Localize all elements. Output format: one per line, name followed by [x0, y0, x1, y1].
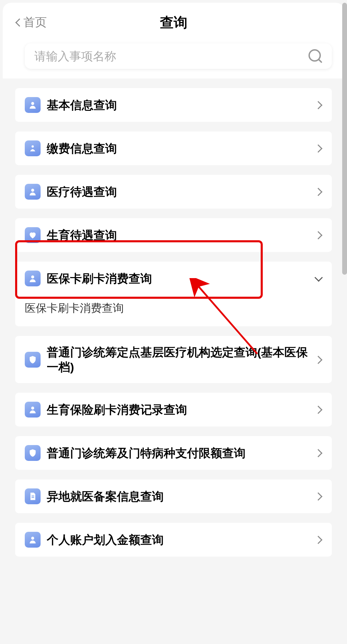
list-item-row[interactable]: 医保卡刷卡消费查询	[25, 271, 322, 286]
list-item-title: 生育保险刷卡消费记录查询	[47, 402, 308, 417]
person-icon	[25, 97, 41, 113]
query-list: 基本信息查询缴费信息查询医疗待遇查询生育待遇查询医保卡刷卡消费查询医保卡刷卡消费…	[3, 88, 344, 557]
list-item-title: 生育待遇查询	[47, 228, 308, 243]
heart-icon	[25, 227, 41, 243]
list-item: 普通门诊统筹及门特病种支付限额查询	[15, 436, 332, 470]
chevron-right-icon	[315, 188, 322, 196]
person-icon	[25, 532, 41, 548]
scrollbar[interactable]	[342, 3, 347, 275]
list-item-title: 医保卡刷卡消费查询	[47, 271, 308, 286]
chevron-right-icon	[315, 536, 322, 543]
chevron-right-icon	[315, 145, 322, 152]
svg-rect-6	[32, 497, 34, 498]
list-item: 个人账户划入金额查询	[15, 523, 332, 557]
list-item-title: 普通门诊统筹及门特病种支付限额查询	[47, 446, 308, 461]
chevron-right-icon	[315, 231, 322, 239]
list-item: 医疗待遇查询	[15, 175, 332, 209]
shield-icon	[25, 445, 41, 461]
list-item-row[interactable]: 生育保险刷卡消费记录查询	[25, 402, 322, 418]
svg-point-4	[31, 407, 34, 410]
svg-point-2	[31, 189, 34, 192]
shield-icon	[25, 352, 41, 368]
page-title: 查询	[160, 13, 187, 32]
search-icon[interactable]	[308, 49, 322, 63]
chevron-left-icon	[15, 17, 21, 28]
list-item: 基本信息查询	[15, 88, 332, 122]
svg-point-0	[31, 102, 34, 105]
back-label: 首页	[23, 14, 47, 30]
list-item-title: 异地就医备案信息查询	[47, 489, 308, 504]
svg-point-7	[31, 537, 34, 540]
list-item: 生育待遇查询	[15, 218, 332, 252]
hand-icon	[25, 140, 41, 156]
list-item: 生育保险刷卡消费记录查询	[15, 393, 332, 426]
list-item-title: 基本信息查询	[47, 98, 308, 113]
person-icon	[25, 271, 41, 286]
list-item-title: 医疗待遇查询	[47, 184, 308, 199]
chevron-right-icon	[315, 493, 322, 500]
chevron-right-icon	[315, 356, 322, 363]
doc-icon	[25, 488, 41, 504]
chevron-down-icon	[315, 275, 322, 282]
list-item: 医保卡刷卡消费查询医保卡刷卡消费查询	[15, 262, 332, 326]
list-item-title: 普通门诊统筹定点基层医疗机构选定查询(基本医保一档)	[47, 345, 308, 374]
chevron-right-icon	[315, 406, 322, 413]
person-icon	[25, 402, 41, 418]
list-item: 异地就医备案信息查询	[15, 479, 332, 513]
list-item-row[interactable]: 基本信息查询	[25, 97, 322, 113]
list-item: 缴费信息查询	[15, 131, 332, 165]
svg-rect-5	[32, 496, 34, 496]
person-icon	[25, 184, 41, 200]
list-item-row[interactable]: 个人账户划入金额查询	[25, 532, 322, 548]
search-section	[3, 39, 344, 78]
chevron-right-icon	[315, 449, 322, 457]
chevron-right-icon	[315, 101, 322, 109]
list-item-row[interactable]: 医疗待遇查询	[25, 184, 322, 200]
list-sub-item[interactable]: 医保卡刷卡消费查询	[25, 286, 322, 317]
list-item-row[interactable]: 普通门诊统筹定点基层医疗机构选定查询(基本医保一档)	[25, 345, 322, 374]
search-box[interactable]	[25, 43, 332, 69]
list-item-row[interactable]: 生育待遇查询	[25, 227, 322, 243]
back-button[interactable]: 首页	[15, 14, 47, 30]
search-input[interactable]	[34, 50, 308, 63]
list-item-row[interactable]: 异地就医备案信息查询	[25, 488, 322, 504]
svg-point-1	[32, 145, 34, 148]
list-item-row[interactable]: 缴费信息查询	[25, 140, 322, 156]
list-item-row[interactable]: 普通门诊统筹及门特病种支付限额查询	[25, 445, 322, 461]
list-item-title: 缴费信息查询	[47, 141, 308, 156]
list-item-title: 个人账户划入金额查询	[47, 532, 308, 547]
svg-point-3	[31, 275, 34, 278]
list-item: 普通门诊统筹定点基层医疗机构选定查询(基本医保一档)	[15, 336, 332, 383]
header: 首页 查询	[3, 3, 344, 39]
